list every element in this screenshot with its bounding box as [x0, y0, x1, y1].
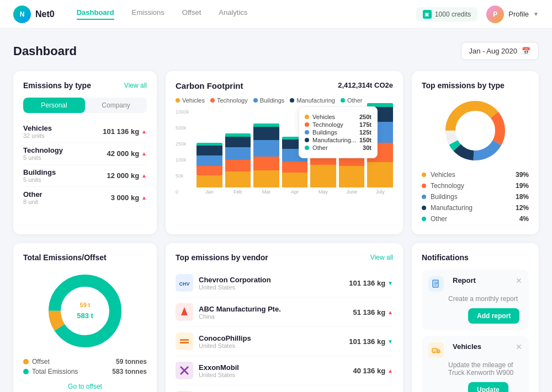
donut-legend-manufacturing: Manufacturing 12%	[422, 202, 529, 213]
emission-buildings: Buildings 5 units 12 000 kg ▲	[23, 165, 147, 187]
donut-chart-wrapper	[422, 98, 529, 164]
svg-point-31	[433, 352, 435, 353]
top-type-header: Top emissions by type	[422, 81, 529, 90]
carbon-title: Carbon Footprint	[176, 81, 243, 90]
vendor-exxon-country: United States	[199, 372, 348, 378]
conoco-trend: ▼	[388, 339, 393, 345]
tooltip-technology: Technology 175t	[305, 121, 371, 128]
vendor-conoco-info: ConocoPhillips United States	[199, 334, 343, 349]
vendor-exxon-name: ExxonMobil	[199, 363, 348, 372]
toggle-company[interactable]: Company	[85, 98, 147, 113]
y-label-500k: 500k	[176, 125, 195, 131]
conoco-icon	[177, 334, 192, 349]
vendor-title: Top emissions by vendor	[176, 253, 268, 262]
notif-vehicles-title: Vehicles	[453, 342, 511, 351]
donut-chart	[442, 98, 508, 164]
carbon-unit: CO2e	[374, 81, 393, 89]
vendor-abc-info: ABC Manufacturing Pte. China	[199, 305, 348, 320]
y-label-250k: 250k	[176, 141, 195, 147]
vendor-chevron-country: United States	[199, 284, 343, 291]
nav-dashboard[interactable]: Dashboard	[77, 8, 114, 20]
document-icon	[432, 280, 440, 288]
carbon-header: Carbon Footprint 2,412,314t CO2e	[176, 81, 393, 90]
svg-rect-16	[180, 339, 189, 341]
notif-vehicles-close[interactable]: ✕	[516, 342, 522, 351]
offset-legend-total-emissions: Total Emissions 583 tonnes	[23, 368, 147, 375]
donut-legend-other: Other 4%	[422, 213, 529, 224]
nav-analytics[interactable]: Analytics	[219, 8, 247, 20]
y-label-0: 0	[176, 189, 195, 195]
vendor-conoco-logo	[176, 332, 193, 350]
vendor-conoco-value: 101 136 kg ▼	[349, 337, 393, 346]
svg-rect-29	[432, 348, 437, 352]
date-filter[interactable]: Jan - Aug 2020 📅	[461, 42, 539, 60]
y-label-100k: 100k	[176, 157, 195, 163]
add-report-button[interactable]: Add report	[468, 308, 519, 324]
vehicles-label: Vehicles	[23, 124, 52, 132]
chart-container: 1000k 500k 250k 100k 50k 0	[176, 109, 393, 195]
toggle-group: Personal Company	[23, 98, 147, 113]
svg-text:583 t: 583 t	[77, 312, 93, 320]
svg-rect-15	[177, 334, 192, 349]
vehicles-sub: 32 units	[23, 132, 52, 139]
other-trend: ▲	[141, 195, 147, 201]
logo[interactable]: N Net0	[13, 6, 55, 23]
nav-links: Dashboard Emissions Offset Analytics	[77, 8, 416, 20]
other-value: 3 000 kg ▲	[111, 194, 147, 202]
vendor-chevron-name: Chevron Corporation	[199, 276, 343, 284]
top-vendors-card: Top emissions by vendor View all CHV Che…	[166, 243, 403, 392]
vendor-view-all[interactable]: View all	[370, 254, 393, 261]
notifications-card: Notifications Report	[412, 243, 539, 392]
offset-legend: Offset 59 tonnes Total Emissions 583 ton…	[23, 358, 147, 375]
vendor-abc-name: ABC Manufacturing Pte.	[199, 305, 348, 313]
notif-vehicles-icon	[428, 342, 444, 358]
donut-legend-vehicles-label: Vehicles	[422, 171, 455, 179]
vendor-conoco: ConocoPhillips United States 101 136 kg …	[176, 327, 393, 356]
notif-vehicles: Vehicles ✕ Update the mileage of Truck K…	[422, 336, 529, 392]
total-emissions-offset-card: Total Emissions/Offset 59 t 583 t	[13, 243, 157, 392]
notif-report-icon	[428, 276, 444, 292]
buildings-sub: 5 units	[23, 176, 56, 183]
avatar: P	[486, 6, 504, 23]
technology-sub: 5 units	[23, 154, 63, 161]
nav-right: ▣ 1000 credits P Profile ▼	[416, 6, 539, 23]
bar-label-jan: Jan	[205, 189, 214, 195]
calendar-icon: 📅	[522, 47, 530, 55]
page-header: Dashboard Jan - Aug 2020 📅	[13, 42, 539, 60]
y-label-1000k: 1000k	[176, 109, 195, 115]
offset-card-title: Total Emissions/Offset	[23, 253, 107, 262]
toggle-personal[interactable]: Personal	[23, 98, 85, 113]
y-label-50k: 50k	[176, 173, 195, 179]
vendor-abc-country: China	[199, 313, 348, 320]
emission-other: Other 8 unit 3 000 kg ▲	[23, 187, 147, 208]
notif-title: Notifications	[422, 253, 469, 262]
svg-point-7	[55, 281, 115, 341]
buildings-label: Buildings	[23, 168, 56, 176]
notif-report-desc: Create a monthly report	[448, 295, 522, 303]
go-to-offset-link[interactable]: Go to offset	[68, 383, 102, 390]
chevron-down-icon: ▼	[533, 11, 539, 17]
emissions-card-title: Emissions by type	[23, 81, 91, 90]
technology-label: Technology	[23, 146, 63, 154]
bar-feb: Feb	[225, 130, 251, 195]
chevron-corp-icon: CHV	[177, 275, 192, 291]
vendor-abc-value: 51 136 kg ▲	[353, 308, 393, 316]
update-button[interactable]: Update	[468, 382, 508, 392]
vendor-conoco-name: ConocoPhillips	[199, 334, 343, 342]
offset-legend-offset: Offset 59 tonnes	[23, 358, 147, 366]
legend-manufacturing: Manufacturing	[290, 97, 335, 104]
profile-section[interactable]: P Profile ▼	[486, 6, 539, 23]
buildings-value: 12 000 kg ▲	[107, 171, 147, 180]
notif-report-close[interactable]: ✕	[516, 276, 522, 285]
vendor-chevron-logo: CHV	[176, 274, 193, 292]
exxon-icon	[177, 363, 192, 378]
svg-point-32	[438, 352, 439, 353]
date-filter-text: Jan - Aug 2020	[469, 47, 517, 55]
other-sub: 8 unit	[23, 198, 43, 205]
nav-offset[interactable]: Offset	[182, 8, 201, 20]
nav-emissions[interactable]: Emissions	[132, 8, 164, 20]
emissions-view-all[interactable]: View all	[124, 82, 147, 89]
tooltip-buildings: Buildings 125t	[305, 129, 371, 136]
bar-label-may: May	[319, 189, 328, 195]
chevron-trend: ▼	[388, 280, 393, 286]
